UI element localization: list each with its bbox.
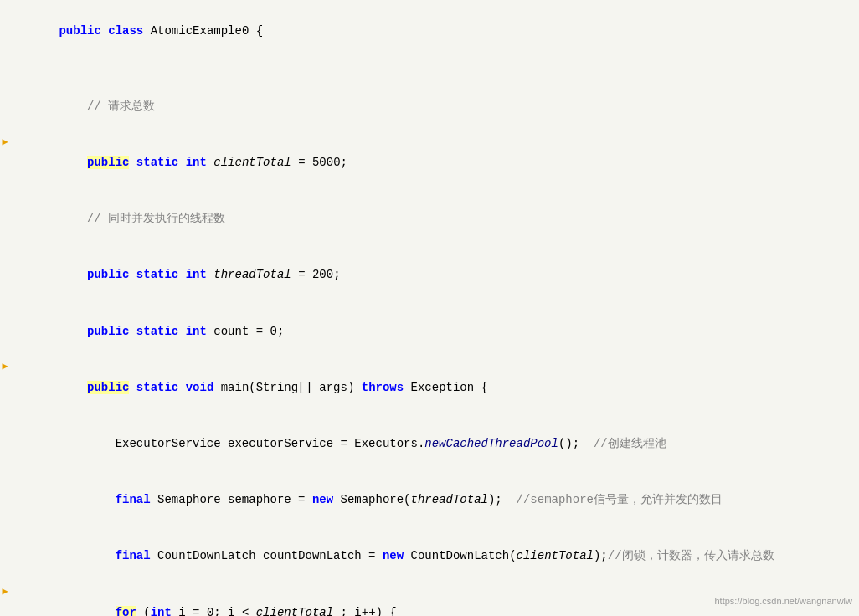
comment-latch: //闭锁，计数器，传入请求总数 — [608, 549, 774, 562]
code-line-7: public static int count = 0; — [0, 303, 859, 359]
code-editor: public class AtomicExample0 { // 请求总数 ▶ … — [0, 0, 859, 616]
kw-static-7: static — [136, 325, 178, 338]
kw-public-4: public — [87, 156, 129, 169]
param-clienttotal: clientTotal — [517, 549, 594, 562]
code-line-5: // 同时并发执行的线程数 — [0, 191, 859, 247]
line-content-9: ExecutorService executorService = Execut… — [10, 416, 859, 472]
code-line-11: final CountDownLatch countDownLatch = ne… — [0, 528, 859, 584]
kw-int-7: int — [186, 325, 207, 338]
code-line-8: ▶ public static void main(String[] args)… — [0, 359, 859, 415]
watermark: https://blog.csdn.net/wangnanwlw — [715, 594, 853, 609]
code-line-3: // 请求总数 — [0, 79, 859, 135]
kw-static-6: static — [136, 268, 178, 281]
var-clienttotal-12: clientTotal — [256, 606, 333, 617]
kw-for: for — [116, 606, 136, 617]
kw-new-11: new — [383, 549, 404, 562]
arrow-icon-12: ▶ — [2, 584, 8, 600]
kw-public-6: public — [87, 268, 129, 281]
method-newcached: newCachedThreadPool — [424, 437, 558, 450]
gutter-4: ▶ — [0, 135, 10, 151]
comment-total: // 请求总数 — [87, 100, 155, 113]
comment-create-pool: //创建线程池 — [594, 437, 666, 450]
line-content-2 — [10, 59, 859, 78]
line-content-1: public class AtomicExample0 { — [10, 3, 859, 59]
comment-semaphore: //semaphore信号量，允许并发的数目 — [517, 493, 723, 506]
kw-public-8: public — [87, 381, 129, 394]
kw-final-10: final — [116, 493, 151, 506]
code-line-6: public static int threadTotal = 200; — [0, 247, 859, 303]
kw-int-4: int — [186, 156, 207, 169]
keyword-class: class — [108, 24, 143, 38]
kw-final-11: final — [116, 549, 151, 562]
kw-int-12: int — [151, 606, 172, 617]
kw-new-10: new — [312, 493, 333, 506]
arrow-icon-4: ▶ — [2, 135, 8, 151]
kw-static-4: static — [136, 156, 178, 169]
comment-thread: // 同时并发执行的线程数 — [87, 212, 225, 225]
kw-throws: throws — [362, 381, 404, 394]
gutter-12: ▶ — [0, 584, 10, 600]
code-line-10: final Semaphore semaphore = new Semaphor… — [0, 472, 859, 528]
line-content-5: // 同时并发执行的线程数 — [10, 191, 859, 247]
line-content-11: final CountDownLatch countDownLatch = ne… — [10, 528, 859, 584]
arrow-icon-8: ▶ — [2, 359, 8, 375]
line-content-6: public static int threadTotal = 200; — [10, 247, 859, 303]
code-line-2 — [0, 59, 859, 78]
code-line-4: ▶ public static int clientTotal = 5000; — [0, 135, 859, 191]
line-content-4: public static int clientTotal = 5000; — [10, 135, 859, 191]
keyword-public: public — [59, 24, 100, 38]
kw-int-6: int — [186, 268, 207, 281]
kw-public-7: public — [87, 325, 129, 338]
line-content-3: // 请求总数 — [10, 79, 859, 135]
param-threadtotal: threadTotal — [411, 493, 488, 506]
code-line-1: public class AtomicExample0 { — [0, 3, 859, 59]
line-content-7: public static int count = 0; — [10, 303, 859, 359]
code-line-9: ExecutorService executorService = Execut… — [0, 416, 859, 472]
line-content-8: public static void main(String[] args) t… — [10, 359, 859, 415]
kw-static-8: static — [136, 381, 178, 394]
kw-void-8: void — [186, 381, 214, 394]
line-content-10: final Semaphore semaphore = new Semaphor… — [10, 472, 859, 528]
gutter-8: ▶ — [0, 359, 10, 375]
